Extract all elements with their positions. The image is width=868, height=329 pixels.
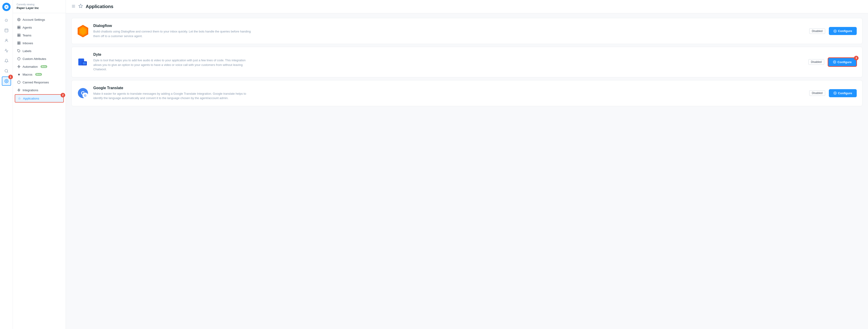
dyte-card: Dyte Dyte is tool that helps you to add … bbox=[71, 47, 863, 78]
dialogflow-configure-button[interactable]: Configure bbox=[829, 27, 857, 35]
sidebar-item-integrations[interactable]: Integrations bbox=[15, 86, 64, 94]
svg-point-32 bbox=[835, 31, 836, 32]
contacts-nav-button[interactable] bbox=[2, 36, 11, 45]
sidebar-item-macros[interactable]: ★ Macros Beta bbox=[15, 71, 64, 78]
google-translate-actions: Disabled Configure bbox=[809, 89, 857, 97]
search-nav-button[interactable] bbox=[2, 66, 11, 76]
home-nav-button[interactable]: ⊙ bbox=[2, 16, 11, 25]
applications-label: Applications bbox=[23, 97, 39, 100]
applications-list: Dialogflow Build chatbots using Dialogfl… bbox=[66, 13, 868, 329]
notifications-nav-button[interactable] bbox=[2, 56, 11, 65]
account-settings-label: Account Settings bbox=[23, 18, 45, 22]
teams-icon bbox=[17, 33, 21, 37]
applications-icon: ☆ bbox=[18, 96, 21, 100]
svg-line-3 bbox=[7, 72, 8, 72]
dyte-configure-wrapper: Configure 3 bbox=[828, 58, 857, 67]
sidebar-navigation: Account Settings Agents Teams Inboxes La bbox=[13, 13, 66, 105]
svg-rect-17 bbox=[19, 43, 20, 44]
svg-point-23 bbox=[18, 81, 20, 84]
svg-point-41 bbox=[835, 93, 836, 93]
google-translate-info: Google Translate Make it easier for agen… bbox=[93, 86, 805, 100]
svg-rect-16 bbox=[18, 43, 19, 44]
sidebar-header: Currently viewing: Paper Layer Inc bbox=[13, 0, 66, 13]
integrations-icon bbox=[17, 88, 21, 92]
dyte-configure-label: Configure bbox=[838, 60, 851, 64]
page-title: Applications bbox=[86, 4, 113, 9]
svg-text:G: G bbox=[84, 94, 86, 97]
notifications-icon-wrapper bbox=[2, 56, 11, 65]
reports-icon-wrapper bbox=[2, 46, 11, 55]
annotation-1: 1 bbox=[8, 74, 13, 79]
inboxes-label: Inboxes bbox=[23, 41, 33, 45]
dyte-info: Dyte Dyte is tool that helps you to add … bbox=[93, 53, 804, 72]
svg-rect-10 bbox=[18, 34, 19, 35]
svg-rect-6 bbox=[18, 26, 19, 27]
inbox-nav-button[interactable] bbox=[2, 26, 11, 35]
sidebar: Currently viewing: Paper Layer Inc Accou… bbox=[13, 0, 66, 329]
hamburger-button[interactable] bbox=[71, 4, 75, 9]
google-translate-configure-button[interactable]: Configure bbox=[829, 89, 857, 97]
dialogflow-info: Dialogflow Build chatbots using Dialogfl… bbox=[93, 24, 805, 38]
search-icon-wrapper bbox=[2, 66, 11, 76]
custom-attributes-label: Custom Attributes bbox=[23, 57, 46, 61]
sidebar-item-applications[interactable]: ☆ Applications 2 bbox=[15, 94, 64, 102]
annotation-2: 2 bbox=[61, 93, 65, 97]
company-name: Paper Layer Inc bbox=[17, 6, 62, 10]
macros-label: Macros bbox=[23, 73, 32, 76]
dialogflow-name: Dialogflow bbox=[93, 24, 805, 28]
sidebar-item-automation[interactable]: Automation Beta bbox=[15, 63, 64, 70]
favorite-icon[interactable] bbox=[78, 4, 83, 9]
integrations-label: Integrations bbox=[23, 88, 38, 92]
account-settings-icon bbox=[17, 18, 21, 22]
google-translate-status: Disabled bbox=[809, 90, 825, 96]
dyte-actions: Disabled Configure 3 bbox=[808, 58, 857, 67]
sidebar-item-labels[interactable]: Labels bbox=[15, 47, 64, 55]
sidebar-item-custom-attributes[interactable]: Custom Attributes bbox=[15, 55, 64, 62]
svg-rect-15 bbox=[19, 42, 20, 43]
svg-rect-14 bbox=[18, 42, 19, 43]
svg-rect-0 bbox=[5, 29, 8, 32]
sidebar-item-inboxes[interactable]: Inboxes bbox=[15, 39, 64, 47]
svg-rect-7 bbox=[19, 26, 20, 27]
sidebar-item-teams[interactable]: Teams bbox=[15, 32, 64, 39]
home-icon-wrapper: ⊙ bbox=[2, 16, 11, 25]
svg-marker-22 bbox=[18, 65, 20, 68]
svg-rect-8 bbox=[18, 28, 19, 29]
labels-icon bbox=[17, 49, 21, 53]
automation-badge: Beta bbox=[40, 65, 48, 68]
icon-bar: ⊙ 1 bbox=[0, 0, 13, 329]
svg-rect-12 bbox=[18, 35, 19, 37]
svg-point-2 bbox=[5, 69, 8, 72]
svg-marker-24 bbox=[18, 89, 20, 91]
dialogflow-actions: Disabled Configure bbox=[809, 27, 857, 35]
svg-marker-28 bbox=[79, 4, 83, 8]
automation-label: Automation bbox=[23, 65, 38, 68]
annotation-3: 3 bbox=[854, 56, 859, 60]
dialogflow-card: Dialogflow Build chatbots using Dialogfl… bbox=[71, 18, 863, 44]
automation-icon bbox=[17, 65, 21, 68]
app-logo bbox=[2, 3, 10, 11]
canned-responses-label: Canned Responses bbox=[23, 81, 49, 84]
sidebar-item-account-settings[interactable]: Account Settings bbox=[15, 16, 64, 23]
settings-icon-wrapper: 1 bbox=[2, 77, 11, 86]
teams-label: Teams bbox=[23, 34, 31, 37]
contacts-icon-wrapper bbox=[2, 36, 11, 45]
dyte-status: Disabled bbox=[808, 59, 824, 65]
dialogflow-description: Build chatbots using Dialogflow and conn… bbox=[93, 29, 254, 38]
sidebar-item-canned-responses[interactable]: Canned Responses bbox=[15, 79, 64, 86]
google-translate-description: Make it easier for agents to translate m… bbox=[93, 91, 254, 100]
dialogflow-configure-label: Configure bbox=[838, 29, 852, 33]
svg-rect-11 bbox=[19, 34, 20, 35]
svg-rect-35 bbox=[83, 62, 86, 64]
svg-point-36 bbox=[834, 62, 835, 63]
svg-point-5 bbox=[19, 19, 19, 20]
main-header: Applications bbox=[66, 0, 868, 13]
sidebar-item-agents[interactable]: Agents bbox=[15, 24, 64, 31]
svg-point-1 bbox=[6, 39, 7, 40]
google-translate-logo: G G bbox=[77, 87, 89, 99]
inbox-icon-wrapper bbox=[2, 26, 11, 35]
dyte-logo bbox=[77, 56, 89, 68]
reports-nav-button[interactable] bbox=[2, 46, 11, 55]
dialogflow-status: Disabled bbox=[809, 28, 825, 34]
dyte-configure-button[interactable]: Configure bbox=[828, 58, 857, 67]
